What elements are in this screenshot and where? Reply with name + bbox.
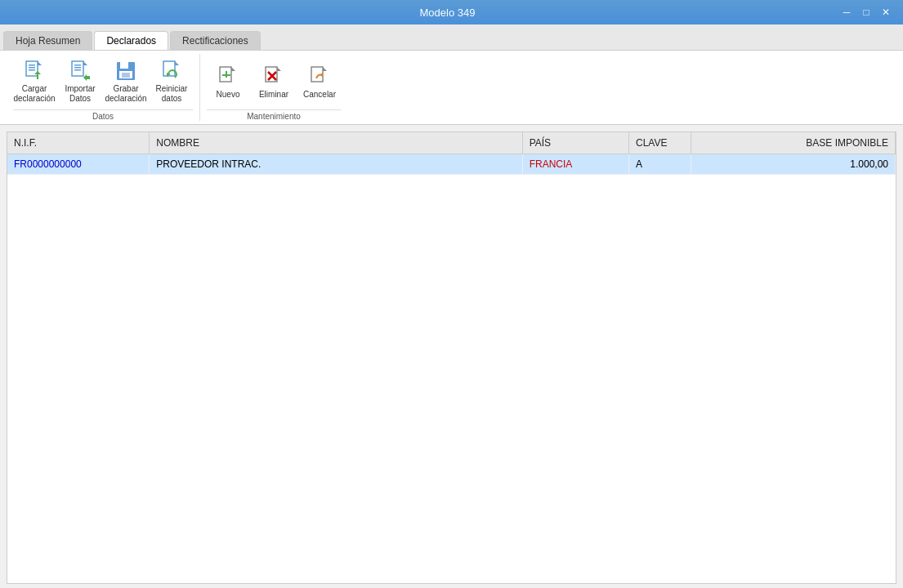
svg-marker-20: [231, 67, 235, 71]
cell-base-imponible: 1.000,00: [691, 154, 896, 175]
svg-marker-11: [83, 74, 90, 81]
importar-datos-label: Importar Datos: [65, 84, 95, 104]
nuevo-label: Nuevo: [217, 90, 240, 99]
cell-nombre: PROVEEDOR INTRAC.: [150, 154, 522, 175]
tab-bar: Hoja Resumen Declarados Rectificaciones: [0, 24, 903, 51]
nuevo-icon: [215, 64, 241, 90]
eliminar-button[interactable]: Eliminar: [253, 60, 295, 103]
svg-marker-7: [83, 61, 87, 65]
close-button[interactable]: ✕: [877, 4, 895, 20]
tab-declarados[interactable]: Declarados: [94, 31, 168, 50]
grabar-declaracion-label: Grabar declaración: [105, 84, 146, 104]
ribbon: Cargar declaración Importar Datos: [0, 51, 903, 125]
main-content: N.I.F. NOMBRE PAÍS CLAVE BASE IMPONIBLE …: [0, 125, 903, 588]
svg-marker-24: [277, 67, 281, 71]
col-header-pais: PAÍS: [522, 132, 628, 154]
svg-marker-17: [175, 61, 179, 65]
tab-rectificaciones[interactable]: Rectificaciones: [170, 31, 261, 50]
col-header-nombre: NOMBRE: [150, 132, 522, 154]
datos-group-label: Datos: [13, 109, 193, 121]
ribbon-group-datos: Cargar declaración Importar Datos: [7, 54, 200, 121]
col-header-clave: CLAVE: [629, 132, 691, 154]
eliminar-label: Eliminar: [259, 90, 288, 99]
reiniciar-datos-button[interactable]: Reiniciar datos: [150, 54, 193, 108]
svg-rect-3: [29, 67, 35, 69]
svg-rect-8: [74, 65, 81, 66]
svg-rect-13: [120, 62, 128, 69]
cargar-declaracion-label: Cargar declaración: [13, 84, 55, 104]
cargar-declaracion-button[interactable]: Cargar declaración: [13, 54, 56, 108]
grabar-icon: [113, 58, 139, 84]
cell-clave: A: [629, 154, 691, 175]
reiniciar-datos-label: Reiniciar datos: [156, 84, 188, 104]
svg-rect-9: [74, 67, 81, 69]
ribbon-group-mantenimiento: Nuevo Eliminar: [200, 54, 347, 121]
svg-rect-10: [74, 69, 81, 71]
cell-nif: FR0000000000: [7, 154, 150, 175]
ribbon-buttons-datos: Cargar declaración Importar Datos: [13, 54, 193, 108]
cargar-icon: [21, 58, 47, 84]
eliminar-icon: [261, 64, 287, 90]
reiniciar-icon: [159, 58, 185, 84]
window-title: Modelo 349: [57, 7, 838, 19]
svg-rect-6: [72, 61, 83, 76]
restore-button[interactable]: □: [857, 4, 875, 20]
data-table: N.I.F. NOMBRE PAÍS CLAVE BASE IMPONIBLE …: [7, 132, 896, 175]
table-row[interactable]: FR0000000000 PROVEEDOR INTRAC. FRANCIA A…: [7, 154, 896, 175]
title-bar: Modelo 349 ─ □ ✕: [0, 0, 903, 24]
svg-rect-4: [29, 69, 35, 71]
window-controls: ─ □ ✕: [838, 4, 895, 20]
importar-icon: [67, 58, 93, 84]
col-header-nif: N.I.F.: [7, 132, 150, 154]
svg-marker-28: [323, 67, 327, 71]
ribbon-buttons-mantenimiento: Nuevo Eliminar: [207, 54, 341, 108]
grabar-declaracion-button[interactable]: Grabar declaración: [105, 54, 147, 108]
svg-rect-22: [222, 74, 230, 76]
cell-pais: FRANCIA: [522, 154, 628, 175]
col-header-base-imponible: BASE IMPONIBLE: [691, 132, 896, 154]
cancelar-icon: [306, 64, 333, 90]
minimize-button[interactable]: ─: [838, 4, 856, 20]
importar-datos-button[interactable]: Importar Datos: [59, 54, 101, 108]
mantenimiento-group-label: Mantenimiento: [207, 109, 341, 121]
svg-marker-1: [38, 61, 42, 65]
nuevo-button[interactable]: Nuevo: [207, 60, 249, 103]
data-panel: N.I.F. NOMBRE PAÍS CLAVE BASE IMPONIBLE …: [7, 131, 896, 584]
svg-rect-15: [122, 73, 130, 78]
cancelar-button[interactable]: Cancelar: [298, 60, 341, 103]
cancelar-label: Cancelar: [303, 90, 336, 99]
svg-rect-2: [29, 65, 35, 66]
tab-hoja-resumen[interactable]: Hoja Resumen: [3, 31, 92, 50]
